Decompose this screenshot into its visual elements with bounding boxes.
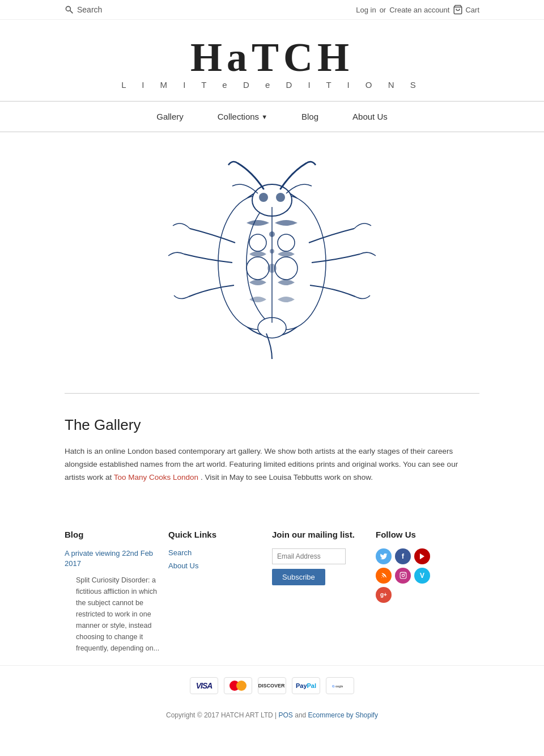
svg-marker-18 xyxy=(420,554,424,560)
vimeo-icon[interactable]: V xyxy=(414,568,430,584)
paypal-icon: PayPal xyxy=(292,677,320,694)
search-area[interactable]: Search xyxy=(65,5,102,14)
social-icons: f V g+ xyxy=(376,548,444,603)
svg-point-13 xyxy=(276,193,285,202)
top-right-nav: Log in or Create an account Cart xyxy=(356,5,479,15)
logo-main: HaTCH xyxy=(0,37,544,78)
beetle-image xyxy=(144,155,400,370)
gallery-section: The Gallery Hatch is an online London ba… xyxy=(0,394,544,507)
svg-text:G: G xyxy=(332,685,335,688)
hero-section xyxy=(0,132,544,393)
copyright-text: Copyright © 2017 HATCH ART LTD | xyxy=(166,711,278,719)
cart-icon xyxy=(453,5,463,15)
youtube-icon[interactable] xyxy=(414,548,430,564)
payment-area: VISA DISCOVER PayPal G oogle xyxy=(0,665,544,706)
footer-quick-links-col: Quick Links Search About Us xyxy=(168,530,272,654)
main-nav: Gallery Collections ▼ Blog About Us xyxy=(0,102,544,132)
google-plus-icon[interactable]: g+ xyxy=(376,587,392,603)
discover-icon: DISCOVER xyxy=(258,677,286,694)
or-separator: or xyxy=(380,6,386,14)
copyright-area: Copyright © 2017 HATCH ART LTD | POS and… xyxy=(0,706,544,730)
svg-point-22 xyxy=(405,574,405,575)
quick-link-about[interactable]: About Us xyxy=(168,561,272,570)
footer-content: Blog A private viewing 22nd Feb 2017 Spl… xyxy=(0,507,544,665)
svg-point-0 xyxy=(66,6,70,11)
nav-about-us[interactable]: About Us xyxy=(335,102,405,132)
logo-area: HaTCH L I M I T e D e D I T I O N S xyxy=(0,20,544,101)
nav-collections[interactable]: Collections ▼ xyxy=(201,102,284,132)
svg-point-19 xyxy=(381,577,382,578)
instagram-icon[interactable] xyxy=(395,568,411,584)
subscribe-button[interactable]: Subscribe xyxy=(272,569,325,585)
twitter-icon[interactable] xyxy=(376,548,392,564)
rss-icon[interactable] xyxy=(376,568,392,584)
cart-label: Cart xyxy=(465,6,479,14)
blog-excerpt: Split Curiosity Disorder: a fictitious a… xyxy=(65,575,168,654)
logo-sub: L I M I T e D e D I T I O N S xyxy=(0,80,544,90)
footer-blog-col: Blog A private viewing 22nd Feb 2017 Spl… xyxy=(65,530,168,654)
facebook-icon[interactable]: f xyxy=(395,548,411,564)
gallery-title: The Gallery xyxy=(65,416,479,434)
svg-point-21 xyxy=(402,575,404,577)
svg-point-12 xyxy=(259,193,268,202)
blog-col-title: Blog xyxy=(65,530,168,539)
search-icon xyxy=(65,5,74,14)
svg-point-17 xyxy=(270,249,274,254)
login-link[interactable]: Log in xyxy=(356,6,376,14)
shopify-link[interactable]: Ecommerce by Shopify xyxy=(308,711,378,719)
nav-gallery[interactable]: Gallery xyxy=(139,102,201,132)
search-label: Search xyxy=(77,5,102,14)
email-input[interactable] xyxy=(272,548,346,564)
visa-icon: VISA xyxy=(190,677,218,694)
nav-blog[interactable]: Blog xyxy=(284,102,335,132)
create-account-link[interactable]: Create an account xyxy=(389,6,449,14)
svg-line-1 xyxy=(70,11,73,14)
pos-link[interactable]: POS xyxy=(279,711,293,719)
svg-point-16 xyxy=(269,231,275,237)
svg-text:oogle: oogle xyxy=(335,685,343,688)
gallery-desc-end: . Visit in May to see Louisa Tebbutts wo… xyxy=(201,473,373,482)
mailing-title: Join our mailing list. xyxy=(272,530,376,539)
cart-area[interactable]: Cart xyxy=(453,5,479,15)
blog-post-link[interactable]: A private viewing 22nd Feb 2017 xyxy=(65,548,168,569)
quick-link-search[interactable]: Search xyxy=(168,548,272,557)
google-wallet-icon: G oogle xyxy=(326,677,354,694)
svg-rect-20 xyxy=(400,572,406,578)
chevron-down-icon: ▼ xyxy=(261,113,267,120)
gallery-description: Hatch is an online London based contempo… xyxy=(65,445,479,484)
footer-mailing-col: Join our mailing list. Subscribe xyxy=(272,530,376,654)
quick-links-title: Quick Links xyxy=(168,530,272,539)
follow-title: Follow Us xyxy=(376,530,479,539)
footer-follow-col: Follow Us f V g+ xyxy=(376,530,479,654)
top-bar: Search Log in or Create an account Cart xyxy=(0,0,544,20)
nav-wrapper: Gallery Collections ▼ Blog About Us xyxy=(0,101,544,132)
mastercard-icon xyxy=(224,677,252,694)
and-text: and xyxy=(295,711,308,719)
too-many-cooks-link[interactable]: Too Many Cooks London xyxy=(114,473,198,482)
